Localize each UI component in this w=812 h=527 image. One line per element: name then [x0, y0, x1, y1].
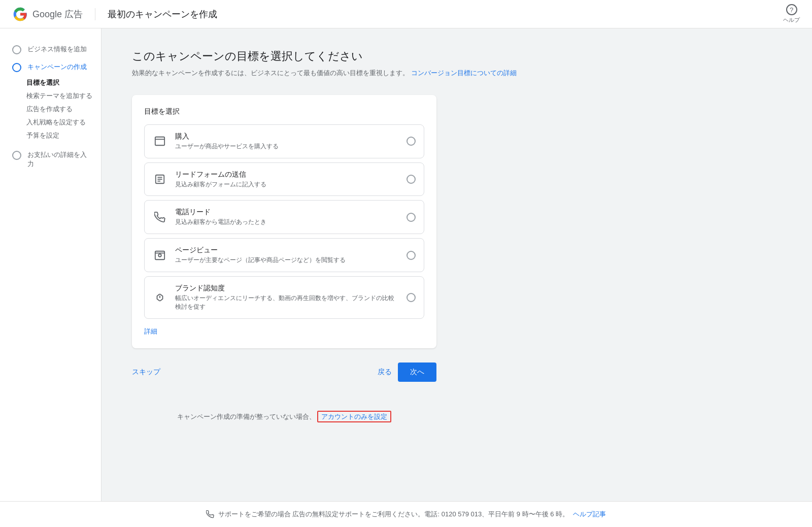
step2-label: キャンペーンの作成 — [27, 62, 87, 72]
goal-name-purchase: 購入 — [175, 132, 398, 141]
goal-radio-purchase[interactable] — [407, 137, 416, 146]
sidebar-step-1[interactable]: ビジネス情報を追加 — [0, 41, 101, 58]
goal-item-phone[interactable]: 電話リード 見込み顧客から電話があったとき — [144, 200, 424, 234]
goal-item-lead[interactable]: リードフォームの送信 見込み顧客がフォームに記入する — [144, 162, 424, 196]
footer-text: サポートをご希望の場合 広告の無料設定サポートをご利用ください。電話: 0120… — [218, 510, 569, 519]
sidebar-substep-search[interactable]: 検索テーマを追加する — [0, 89, 101, 103]
goal-radio-lead[interactable] — [407, 175, 416, 184]
substep-bid-label: 入札戦略を設定する — [26, 118, 86, 127]
account-only-link[interactable]: アカウントのみを設定 — [317, 411, 391, 422]
header-divider — [95, 8, 95, 20]
skip-button[interactable]: スキップ — [132, 368, 160, 377]
goal-text-brand: ブランド認知度 幅広いオーディエンスにリーチする、動画の再生回数を増やす、ブラン… — [175, 284, 398, 311]
header-logo: Google 広告 最初のキャンペーンを作成 — [12, 6, 217, 22]
next-button[interactable]: 次へ — [398, 363, 436, 382]
sidebar-step-2[interactable]: キャンペーンの作成 — [0, 58, 101, 76]
lead-icon — [153, 172, 167, 186]
back-button[interactable]: 戻る — [378, 368, 392, 377]
sidebar-substep-budget[interactable]: 予算を設定 — [0, 129, 101, 142]
step3-circle — [12, 151, 21, 160]
content-area: このキャンペーンの目標を選択してください 効果的なキャンペーンを作成するには、ビ… — [101, 28, 812, 501]
detail-link[interactable]: 詳細 — [144, 327, 157, 336]
google-icon — [12, 6, 28, 22]
sidebar-substep-bid[interactable]: 入札戦略を設定する — [0, 116, 101, 129]
goal-desc-lead: 見込み顧客がフォームに記入する — [175, 180, 398, 189]
help-label: ヘルプ — [783, 16, 800, 24]
sidebar: ビジネス情報を追加 キャンペーンの作成 目標を選択 検索テーマを追加する 広告を… — [0, 28, 101, 501]
brand-icon — [153, 290, 167, 305]
page-subtitle: 効果的なキャンペーンを作成するには、ビジネスにとって最も価値の高い目標を重視しま… — [132, 68, 782, 79]
step2-circle — [12, 63, 21, 72]
right-buttons: 戻る 次へ — [378, 363, 436, 382]
goal-item-brand[interactable]: ブランド認知度 幅広いオーディエンスにリーチする、動画の再生回数を増やす、ブラン… — [144, 276, 424, 319]
account-only-text: キャンペーン作成の準備が整っていない場合、 — [177, 413, 316, 420]
svg-rect-6 — [155, 251, 164, 259]
goal-text-pageview: ページビュー ユーザーが主要なページ（記事や商品ページなど）を閲覧する — [175, 246, 398, 265]
account-only-section: キャンペーン作成の準備が整っていない場合、 アカウントのみを設定 — [132, 412, 436, 421]
goal-text-phone: 電話リード 見込み顧客から電話があったとき — [175, 208, 398, 226]
step1-circle — [12, 45, 21, 54]
goal-radio-brand[interactable] — [407, 293, 416, 302]
svg-rect-0 — [155, 137, 164, 146]
sidebar-substep-ad[interactable]: 広告を作成する — [0, 103, 101, 116]
goal-desc-brand: 幅広いオーディエンスにリーチする、動画の再生回数を増やす、ブランドの比較検討を促… — [175, 294, 398, 311]
svg-point-7 — [158, 254, 161, 257]
goal-name-phone: 電話リード — [175, 208, 398, 217]
page-heading: このキャンペーンの目標を選択してください — [132, 49, 782, 64]
goal-radio-phone[interactable] — [407, 213, 416, 222]
footer: サポートをご希望の場合 広告の無料設定サポートをご利用ください。電話: 0120… — [0, 501, 812, 527]
goal-desc-pageview: ユーザーが主要なページ（記事や商品ページなど）を閲覧する — [175, 256, 398, 265]
substep-goal-label: 目標を選択 — [26, 78, 59, 87]
goal-name-lead: リードフォームの送信 — [175, 170, 398, 179]
footer-phone-icon — [206, 510, 214, 518]
header-app-name: Google 広告 — [32, 8, 83, 20]
main-layout: ビジネス情報を追加 キャンペーンの作成 目標を選択 検索テーマを追加する 広告を… — [0, 28, 812, 501]
goal-name-pageview: ページビュー — [175, 246, 398, 255]
phone-icon — [153, 210, 167, 224]
help-button[interactable]: ? ヘルプ — [783, 4, 800, 24]
help-icon: ? — [786, 4, 797, 15]
goal-text-purchase: 購入 ユーザーが商品やサービスを購入する — [175, 132, 398, 151]
substep-budget-label: 予算を設定 — [26, 131, 59, 140]
google-logo — [12, 6, 28, 22]
footer-help-link[interactable]: ヘルプ記事 — [573, 510, 606, 519]
substep-search-label: 検索テーマを追加する — [26, 91, 92, 101]
purchase-icon — [153, 134, 167, 148]
step1-label: ビジネス情報を追加 — [27, 45, 87, 54]
goal-text-lead: リードフォームの送信 見込み顧客がフォームに記入する — [175, 170, 398, 189]
sidebar-step-3[interactable]: お支払いの詳細を入力 — [0, 146, 101, 173]
card-title: 目標を選択 — [144, 107, 424, 116]
goal-desc-purchase: ユーザーが商品やサービスを購入する — [175, 142, 398, 151]
conversion-link[interactable]: コンバージョン目標についての詳細 — [411, 69, 517, 77]
goal-name-brand: ブランド認知度 — [175, 284, 398, 293]
goal-card: 目標を選択 購入 ユーザーが商品やサービスを購入する — [132, 95, 436, 348]
pageview-icon — [153, 248, 167, 262]
sidebar-substep-goal[interactable]: 目標を選択 — [0, 76, 101, 89]
action-row: スキップ 戻る 次へ — [132, 363, 436, 382]
header: Google 広告 最初のキャンペーンを作成 ? ヘルプ — [0, 0, 812, 28]
step3-label: お支払いの詳細を入力 — [27, 150, 93, 169]
goal-desc-phone: 見込み顧客から電話があったとき — [175, 218, 398, 226]
header-page-title: 最初のキャンペーンを作成 — [108, 8, 217, 20]
goal-item-pageview[interactable]: ページビュー ユーザーが主要なページ（記事や商品ページなど）を閲覧する — [144, 238, 424, 272]
goal-item-purchase[interactable]: 購入 ユーザーが商品やサービスを購入する — [144, 124, 424, 158]
goal-radio-pageview[interactable] — [407, 251, 416, 260]
substep-ad-label: 広告を作成する — [26, 105, 73, 114]
